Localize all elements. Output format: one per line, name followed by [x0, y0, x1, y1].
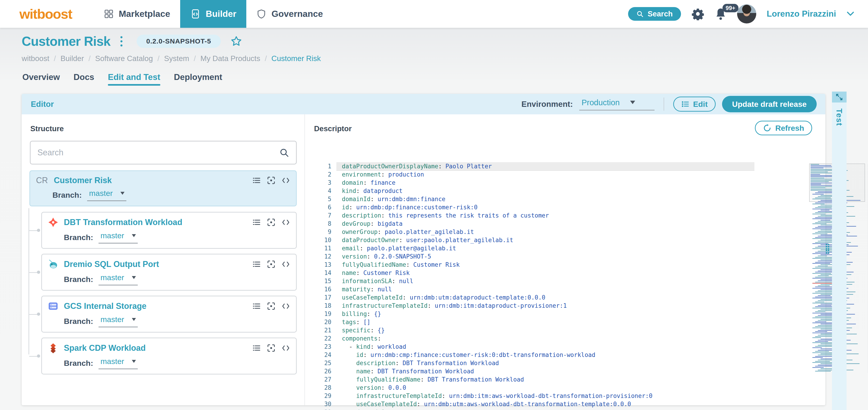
- expand-panel-icon[interactable]: [832, 92, 846, 102]
- branch-select[interactable]: master: [98, 231, 138, 243]
- breadcrumb-item[interactable]: System: [164, 54, 189, 63]
- tab-overview[interactable]: Overview: [22, 72, 60, 86]
- code-line[interactable]: 19 billing: {}: [313, 310, 754, 318]
- tab-deployment[interactable]: Deployment: [174, 72, 222, 86]
- breadcrumb-separator: /: [194, 54, 196, 63]
- breadcrumb-item[interactable]: witboost: [22, 54, 49, 63]
- details-list-icon[interactable]: [252, 218, 261, 227]
- tab-edit-and-test[interactable]: Edit and Test: [108, 72, 160, 86]
- tab-docs[interactable]: Docs: [74, 72, 94, 86]
- focus-target-icon[interactable]: [267, 344, 276, 352]
- line-content: useCaseTemplateId: urn:dmb:utm:dataprodu…: [336, 294, 754, 302]
- code-line[interactable]: 15 informationSLA: null: [313, 277, 754, 285]
- tree-child-card[interactable]: GCS Internal Storage: [41, 296, 297, 333]
- line-number: 25: [313, 359, 331, 367]
- search-button[interactable]: Search: [628, 7, 681, 21]
- environment-select[interactable]: Production: [579, 98, 654, 110]
- focus-target-icon[interactable]: [267, 218, 276, 227]
- edit-button-label: Edit: [693, 100, 708, 109]
- branch-select[interactable]: master: [98, 315, 138, 327]
- kebab-menu-icon[interactable]: [120, 36, 122, 46]
- details-list-icon[interactable]: [252, 176, 261, 185]
- focus-target-icon[interactable]: [267, 260, 276, 269]
- code-brackets-icon[interactable]: [281, 218, 290, 227]
- breadcrumb-item[interactable]: Software Catalog: [95, 54, 153, 63]
- code-brackets-icon[interactable]: [281, 344, 290, 352]
- structure-search-input[interactable]: [37, 148, 279, 158]
- star-favorite-icon[interactable]: [230, 35, 242, 47]
- update-draft-release-button[interactable]: Update draft release: [722, 96, 817, 112]
- tree-child-card[interactable]: Dremio SQL Output Port: [41, 254, 297, 291]
- code-line[interactable]: 29 infrastructureTemplateId: urn:dmb:itm…: [313, 392, 754, 400]
- line-number: 14: [313, 269, 331, 277]
- code-line[interactable]: 10 dataProductOwner: user:paolo.platter_…: [313, 236, 754, 244]
- breadcrumb-item[interactable]: Customer Risk: [271, 54, 321, 63]
- nav-item-label: Marketplace: [119, 9, 170, 19]
- editor-header: Editor Environment: Production: [22, 94, 825, 114]
- nav-item-marketplace[interactable]: Marketplace: [94, 0, 180, 28]
- code-line[interactable]: 24 id: urn:dmb:cmp:finance:customer-risk…: [313, 351, 754, 359]
- code-line[interactable]: 14 name: Customer Risk: [313, 269, 754, 277]
- branch-select[interactable]: master: [87, 189, 126, 201]
- code-line[interactable]: 31 dependsOn:: [313, 408, 754, 410]
- details-list-icon[interactable]: [252, 260, 261, 269]
- code-line[interactable]: 18 infrastructureTemplateId: urn:dmb:itm…: [313, 302, 754, 310]
- descriptor-header: Descriptor Refresh: [305, 114, 825, 135]
- branch-select[interactable]: master: [98, 273, 138, 285]
- settings-gear-icon[interactable]: [691, 7, 704, 20]
- breadcrumb-item[interactable]: Builder: [60, 54, 84, 63]
- user-avatar[interactable]: [737, 4, 756, 24]
- structure-search: [30, 141, 297, 165]
- tree-child-card[interactable]: Spark CDP Workload: [41, 338, 297, 374]
- tree-root-customer-risk[interactable]: CR Customer Risk: [29, 170, 297, 206]
- code-line[interactable]: 5 domainId: urn:dmb:dmn:finance: [313, 195, 754, 203]
- branch-select[interactable]: master: [98, 357, 138, 369]
- nav-item-builder[interactable]: Builder: [180, 0, 246, 28]
- code-line[interactable]: 30 useCaseTemplateId: urn:dmb:utm:aws-wo…: [313, 400, 754, 408]
- line-number: 19: [313, 310, 331, 318]
- focus-target-icon[interactable]: [267, 176, 276, 185]
- code-line[interactable]: 6 id: urn:dmb:dp:finance:customer-risk:0: [313, 203, 754, 211]
- search-icon[interactable]: [279, 147, 289, 158]
- line-number: 30: [313, 400, 331, 408]
- code-line[interactable]: 13 fullyQualifiedName: Customer Risk: [313, 261, 754, 269]
- panel-drag-handle[interactable]: [826, 244, 829, 253]
- code-line[interactable]: 23 - kind: workload: [313, 343, 754, 351]
- code-line[interactable]: 12 version: 0.2.0-SNAPSHOT-5: [313, 252, 754, 261]
- code-line[interactable]: 8 devGroup: bigdata: [313, 219, 754, 228]
- code-line[interactable]: 7 description: this represents the risk …: [313, 211, 754, 219]
- details-list-icon[interactable]: [252, 344, 261, 352]
- tree-child-card[interactable]: DBT Transformation Workload: [41, 212, 297, 249]
- code-line[interactable]: 25 description: DBT Transformation Workl…: [313, 359, 754, 367]
- code-line[interactable]: 22 components:: [313, 334, 754, 343]
- line-content: infrastructureTemplateId: urn:dmb:itm:aw…: [336, 392, 754, 400]
- code-line[interactable]: 27 fullyQualifiedName: DBT Transformatio…: [313, 375, 754, 384]
- code-line[interactable]: 28 version: 0.0.0: [313, 384, 754, 392]
- focus-target-icon[interactable]: [267, 302, 276, 310]
- code-line[interactable]: 20 tags: []: [313, 318, 754, 326]
- yaml-code-editor[interactable]: 1 dataProductOwnerDisplayName: Paolo Pla…: [313, 162, 754, 410]
- code-line[interactable]: 9 ownerGroup: paolo.platter_agilelab.it: [313, 228, 754, 236]
- code-brackets-icon[interactable]: [281, 260, 290, 269]
- code-line[interactable]: 26 name: DBT Transformation Workload: [313, 367, 754, 375]
- code-line[interactable]: 1 dataProductOwnerDisplayName: Paolo Pla…: [313, 162, 754, 170]
- code-brackets-icon[interactable]: [281, 302, 290, 310]
- details-list-icon[interactable]: [252, 302, 261, 310]
- notifications-bell[interactable]: 99+: [715, 7, 726, 20]
- shield-icon: [256, 9, 267, 19]
- code-line[interactable]: 3 domain: finance: [313, 179, 754, 187]
- breadcrumb-item[interactable]: My Data Products: [200, 54, 260, 63]
- code-line[interactable]: 16 maturity: null: [313, 285, 754, 294]
- test-side-tab[interactable]: Test: [832, 102, 846, 410]
- code-line[interactable]: 21 specific: {}: [313, 326, 754, 334]
- code-line[interactable]: 2 environment: production: [313, 170, 754, 179]
- code-line[interactable]: 4 kind: dataproduct: [313, 187, 754, 195]
- edit-button[interactable]: Edit: [673, 97, 716, 112]
- branch-label: Branch:: [64, 359, 93, 368]
- refresh-button[interactable]: Refresh: [755, 121, 812, 135]
- user-menu-chevron-down-icon[interactable]: [846, 11, 854, 16]
- code-line[interactable]: 17 useCaseTemplateId: urn:dmb:utm:datapr…: [313, 294, 754, 302]
- code-brackets-icon[interactable]: [281, 176, 290, 185]
- nav-item-governance[interactable]: Governance: [246, 0, 333, 28]
- code-line[interactable]: 11 email: paolo.platter@agilelab.it: [313, 244, 754, 252]
